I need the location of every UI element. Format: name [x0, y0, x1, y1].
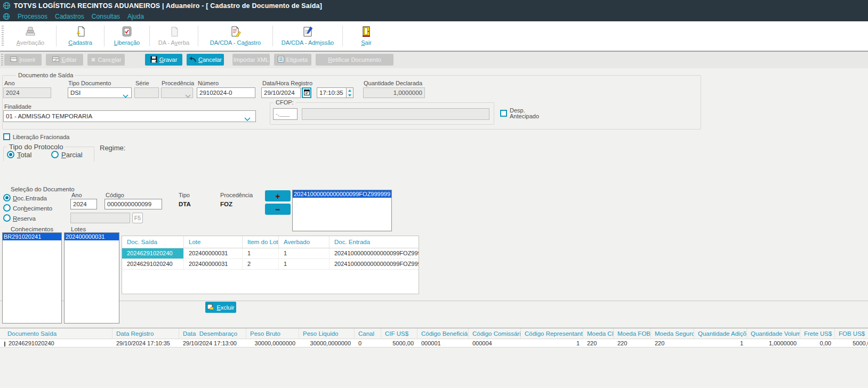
globe-icon — [3, 2, 11, 10]
grid-cell-fob-usd[interactable]: 5000,00 — [835, 340, 868, 347]
conhecimentos-label: Conhecimentos — [11, 226, 53, 232]
f5-button[interactable]: F5 — [132, 213, 143, 223]
table-row[interactable]: 20246291020240 202400000031 1 1 20241000… — [122, 248, 419, 259]
grid-cell-canal[interactable]: 0 — [355, 340, 381, 347]
spinner-down-icon[interactable] — [348, 94, 351, 96]
row-selector-indicator — [4, 342, 5, 346]
cell-doc-saida[interactable]: 20246291020240 — [122, 259, 184, 269]
grid-cell-moeda-seguro[interactable]: 220 — [651, 340, 694, 347]
conhecimento-radio[interactable] — [3, 204, 11, 212]
table-row[interactable]: 20246291020240 202400000031 2 1 20241000… — [122, 259, 419, 270]
cfop-mask-field[interactable]: -,___ — [273, 108, 298, 120]
cfop-group-label: CFOP: — [274, 99, 296, 106]
toolbar-button-dacda-cadastro[interactable]: DA/CDA - Cadastro — [198, 21, 272, 51]
toolbar-button-da-averba[interactable]: DA - Averba — [150, 21, 198, 51]
grid-cell-data-desembaraco[interactable]: 29/10/2024 17:13:00 — [179, 340, 246, 347]
reserva-field[interactable] — [70, 213, 130, 223]
serie-field[interactable] — [134, 87, 159, 98]
lotes-listbox[interactable]: 202400000031 — [64, 232, 119, 324]
toolbar-button-sair[interactable]: Sair — [343, 21, 390, 51]
cell-item-do-lote[interactable]: 2 — [243, 259, 279, 269]
command-bar-grip[interactable] — [1, 54, 3, 66]
toolbar-grip[interactable] — [2, 26, 4, 46]
quantidade-declarada-field[interactable]: 1,0000000 — [363, 87, 425, 98]
spinner-up-icon[interactable] — [348, 90, 351, 92]
data-registro-field[interactable]: 29/10/2024 — [261, 87, 301, 98]
conhecimentos-listbox[interactable]: BR291020241 — [2, 232, 62, 324]
toolbar-button-liberacao[interactable]: Liberação — [105, 21, 149, 51]
gravar-button[interactable]: Gravar — [145, 54, 182, 66]
grid-cell-quantidade-adicoes[interactable]: 1 — [694, 340, 747, 347]
protocolo-parcial-label: Parcial — [61, 151, 83, 159]
insert-icon — [10, 56, 17, 63]
cell-doc-entrada[interactable]: 20241000000000000099FOZ999999 — [329, 248, 419, 258]
grid-cell-codigo-beneficiario[interactable]: 000001 — [417, 340, 469, 347]
cancelar-edicao-button[interactable]: ✕ Cancelar — [87, 54, 125, 66]
window-title: TOTVS LOGÍSTICA RECINTOS ADUANEIROS | Ad… — [14, 2, 322, 10]
grid-cell-codigo-representante[interactable]: 1 — [521, 340, 583, 347]
cell-doc-saida[interactable]: 20246291020240 — [122, 248, 184, 258]
selecao-codigo-field[interactable]: 0000000000099 — [105, 199, 162, 209]
cell-lote[interactable]: 202400000031 — [184, 259, 243, 269]
grid-cell-data-registro[interactable]: 29/10/2024 17:10:35 — [112, 340, 179, 347]
toolbar-button-dacda-admissao[interactable]: DA/CDA - Admissão — [273, 21, 342, 51]
protocolo-total-radio[interactable] — [7, 151, 14, 158]
cancelar-button[interactable]: Cancelar — [187, 54, 224, 66]
selecao-ano-field[interactable]: 2024 — [70, 199, 97, 209]
menu-item-consultas[interactable]: Consultas — [92, 13, 120, 20]
menu-item-processos[interactable]: Processos — [18, 13, 47, 20]
ano-field[interactable]: 2024 — [3, 87, 51, 98]
grid-cell-cif-usd[interactable]: 5000,00 — [381, 340, 417, 347]
grid-column-moeda-fob: Moeda FOB — [614, 328, 651, 338]
add-document-button[interactable]: + — [265, 190, 291, 201]
liberacao-fracionada-checkbox[interactable] — [3, 133, 10, 140]
protocolo-parcial-radio[interactable] — [51, 151, 59, 158]
grid-cell-documento-saida[interactable]: 20246291020240 — [0, 340, 112, 347]
grid-cell-peso-bruto[interactable]: 30000,0000000 — [246, 340, 299, 347]
editar-button[interactable]: Editar — [46, 54, 83, 66]
chevron-down-icon[interactable] — [123, 91, 128, 100]
toolbar-button-cadastra[interactable]: Cadastra — [57, 21, 104, 51]
toolbar-button-averbacao[interactable]: Averbação — [5, 21, 56, 51]
cfop-descricao-field[interactable] — [302, 108, 489, 120]
save-floppy-icon — [150, 56, 157, 64]
hora-registro-field[interactable]: 17:10:35 — [317, 87, 347, 98]
cell-doc-entrada[interactable]: 20241000000000000099FOZ999999 — [329, 259, 419, 269]
desp-antecipado-checkbox[interactable] — [500, 110, 507, 117]
tipo-documento-combo[interactable]: DSI — [68, 87, 132, 98]
numero-field[interactable]: 29102024-0 — [197, 87, 255, 98]
documento-list-item[interactable]: 20241000000000000099FOZ999999 — [293, 190, 391, 198]
calendar-button[interactable] — [302, 87, 311, 98]
etiqueta-button[interactable]: Etiqueta — [274, 54, 311, 66]
reserva-radio[interactable] — [3, 214, 11, 222]
documentos-listbox[interactable]: 20241000000000000099FOZ999999 — [292, 190, 392, 231]
grid-column-cif-usd: CIF US$ — [381, 328, 417, 338]
grid-cell-codigo-comissaria[interactable]: 000004 — [469, 340, 521, 347]
grid-cell-peso-liquido[interactable]: 30000,0000000 — [299, 340, 355, 347]
grid-cell-frete-usd[interactable]: 0,00 — [800, 340, 835, 347]
doc-entrada-radio[interactable] — [3, 194, 11, 201]
grid-cell-quantidade-volumes[interactable]: 1,0000000 — [747, 340, 800, 347]
conhecimento-list-item[interactable]: BR291020241 — [3, 233, 61, 240]
chevron-down-icon[interactable] — [185, 91, 191, 100]
menu-item-ajuda[interactable]: Ajuda — [127, 13, 144, 20]
menu-item-cadastros[interactable]: Cadastros — [55, 13, 84, 20]
grid-row[interactable]: 20246291020240 29/10/2024 17:10:35 29/10… — [0, 340, 868, 347]
excluir-button[interactable]: Excluir — [205, 302, 236, 313]
grid-cell-moeda-cif[interactable]: 220 — [583, 340, 614, 347]
cell-lote[interactable]: 202400000031 — [184, 248, 243, 258]
grid-cell-moeda-fob[interactable]: 220 — [614, 340, 651, 347]
finalidade-combo[interactable]: 01 - ADMISSAO TEMPORARIA — [3, 110, 256, 122]
inserir-button[interactable]: Inserir — [4, 54, 42, 66]
chevron-down-icon[interactable] — [244, 114, 251, 124]
cell-averbado[interactable]: 1 — [279, 259, 329, 269]
importar-xml-button[interactable]: Importar XML — [232, 54, 270, 66]
time-spinner[interactable] — [347, 87, 353, 98]
remove-document-button[interactable]: − — [265, 204, 291, 215]
cell-item-do-lote[interactable]: 1 — [243, 248, 279, 258]
grid-column-codigo-comissaria: Código Comissária — [469, 328, 521, 338]
retificar-documento-button[interactable]: Retificar Documento — [316, 54, 393, 66]
menu-bar: Processos Cadastros Consultas Ajuda — [0, 11, 868, 21]
lote-list-item[interactable]: 202400000031 — [65, 233, 119, 240]
cell-averbado[interactable]: 1 — [279, 248, 329, 258]
